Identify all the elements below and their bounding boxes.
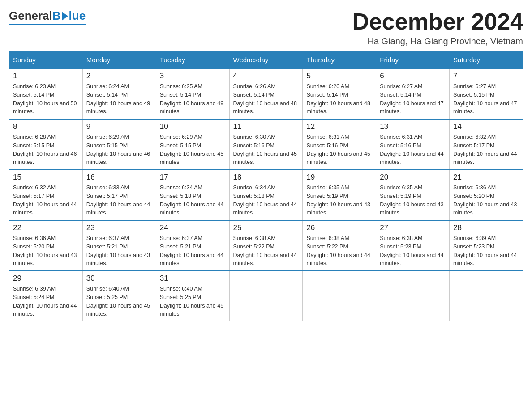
day-info: Sunrise: 6:33 AM Sunset: 5:17 PM Dayligh… — [86, 184, 152, 217]
calendar-week-2: 8 Sunrise: 6:28 AM Sunset: 5:15 PM Dayli… — [9, 119, 523, 170]
logo-lue-text: lue — [69, 9, 86, 23]
calendar-cell — [229, 271, 303, 321]
sunset-label: Sunset: 5:18 PM — [233, 193, 275, 199]
calendar-header-row: Sunday Monday Tuesday Wednesday Thursday… — [9, 51, 523, 69]
day-info: Sunrise: 6:36 AM Sunset: 5:20 PM Dayligh… — [453, 184, 519, 217]
sunrise-label: Sunrise: 6:32 AM — [453, 134, 496, 140]
day-info: Sunrise: 6:31 AM Sunset: 5:16 PM Dayligh… — [306, 133, 372, 167]
sunset-label: Sunset: 5:23 PM — [453, 244, 494, 250]
day-info: Sunrise: 6:28 AM Sunset: 5:15 PM Dayligh… — [13, 133, 79, 167]
day-number: 20 — [380, 173, 446, 182]
daylight-label: Daylight: 10 hours and 44 minutes. — [86, 201, 150, 216]
daylight-label: Daylight: 10 hours and 47 minutes. — [453, 100, 517, 115]
sunrise-label: Sunrise: 6:38 AM — [306, 235, 349, 241]
logo-blue-part: B lue — [52, 9, 86, 23]
col-tuesday: Tuesday — [156, 51, 229, 69]
day-info: Sunrise: 6:34 AM Sunset: 5:18 PM Dayligh… — [160, 184, 226, 217]
day-info: Sunrise: 6:35 AM Sunset: 5:19 PM Dayligh… — [380, 184, 446, 217]
day-number: 21 — [453, 173, 519, 182]
day-info: Sunrise: 6:29 AM Sunset: 5:15 PM Dayligh… — [160, 133, 226, 167]
calendar-cell: 3 Sunrise: 6:25 AM Sunset: 5:14 PM Dayli… — [156, 68, 229, 119]
calendar-table: Sunday Monday Tuesday Wednesday Thursday… — [9, 51, 523, 321]
day-number: 10 — [160, 122, 226, 131]
calendar-cell: 27 Sunrise: 6:38 AM Sunset: 5:23 PM Dayl… — [376, 220, 450, 271]
daylight-label: Daylight: 10 hours and 46 minutes. — [13, 151, 77, 166]
daylight-label: Daylight: 10 hours and 48 minutes. — [233, 100, 297, 115]
day-number: 19 — [306, 173, 372, 182]
calendar-cell: 10 Sunrise: 6:29 AM Sunset: 5:15 PM Dayl… — [156, 119, 229, 170]
day-info: Sunrise: 6:37 AM Sunset: 5:21 PM Dayligh… — [86, 234, 152, 268]
sunrise-label: Sunrise: 6:30 AM — [233, 134, 276, 140]
daylight-label: Daylight: 10 hours and 44 minutes. — [13, 201, 77, 216]
calendar-cell: 9 Sunrise: 6:29 AM Sunset: 5:15 PM Dayli… — [82, 119, 156, 170]
logo: General B lue — [9, 9, 86, 25]
sunrise-label: Sunrise: 6:28 AM — [13, 134, 56, 140]
daylight-label: Daylight: 10 hours and 45 minutes. — [233, 151, 297, 166]
daylight-label: Daylight: 10 hours and 44 minutes. — [160, 252, 223, 267]
sunrise-label: Sunrise: 6:38 AM — [380, 235, 422, 241]
sunset-label: Sunset: 5:15 PM — [86, 142, 128, 149]
sunrise-label: Sunrise: 6:36 AM — [453, 184, 496, 191]
daylight-label: Daylight: 10 hours and 44 minutes. — [160, 201, 223, 216]
day-info: Sunrise: 6:39 AM Sunset: 5:24 PM Dayligh… — [13, 285, 79, 318]
day-info: Sunrise: 6:35 AM Sunset: 5:19 PM Dayligh… — [306, 184, 372, 217]
day-info: Sunrise: 6:38 AM Sunset: 5:22 PM Dayligh… — [233, 234, 299, 268]
day-number: 4 — [233, 72, 299, 81]
col-friday: Friday — [376, 51, 450, 69]
day-info: Sunrise: 6:40 AM Sunset: 5:25 PM Dayligh… — [86, 285, 152, 318]
calendar-cell: 24 Sunrise: 6:37 AM Sunset: 5:21 PM Dayl… — [156, 220, 229, 271]
sunset-label: Sunset: 5:14 PM — [233, 92, 275, 98]
sunset-label: Sunset: 5:19 PM — [380, 193, 421, 199]
day-number: 13 — [380, 122, 446, 131]
day-number: 9 — [86, 122, 152, 131]
page-header: General B lue December 2024 Ha Giang, Ha… — [9, 9, 523, 47]
sunrise-label: Sunrise: 6:33 AM — [86, 184, 129, 191]
calendar-cell: 1 Sunrise: 6:23 AM Sunset: 5:14 PM Dayli… — [9, 68, 83, 119]
day-number: 25 — [233, 223, 299, 232]
sunrise-label: Sunrise: 6:23 AM — [13, 83, 56, 90]
calendar-cell: 20 Sunrise: 6:35 AM Sunset: 5:19 PM Dayl… — [376, 170, 450, 220]
sunset-label: Sunset: 5:19 PM — [306, 193, 348, 199]
sunrise-label: Sunrise: 6:31 AM — [380, 134, 422, 140]
daylight-label: Daylight: 10 hours and 45 minutes. — [160, 151, 223, 166]
sunrise-label: Sunrise: 6:39 AM — [13, 286, 56, 292]
day-info: Sunrise: 6:32 AM Sunset: 5:17 PM Dayligh… — [453, 133, 519, 167]
sunrise-label: Sunrise: 6:37 AM — [86, 235, 129, 241]
day-number: 5 — [306, 72, 372, 81]
day-number: 11 — [233, 122, 299, 131]
day-info: Sunrise: 6:40 AM Sunset: 5:25 PM Dayligh… — [160, 285, 226, 318]
daylight-label: Daylight: 10 hours and 48 minutes. — [306, 100, 370, 115]
calendar-cell: 12 Sunrise: 6:31 AM Sunset: 5:16 PM Dayl… — [303, 119, 376, 170]
sunset-label: Sunset: 5:16 PM — [380, 142, 421, 149]
sunset-label: Sunset: 5:21 PM — [160, 244, 201, 250]
col-monday: Monday — [82, 51, 156, 69]
day-number: 23 — [86, 223, 152, 232]
day-info: Sunrise: 6:36 AM Sunset: 5:20 PM Dayligh… — [13, 234, 79, 268]
day-info: Sunrise: 6:27 AM Sunset: 5:15 PM Dayligh… — [453, 82, 519, 116]
day-info: Sunrise: 6:23 AM Sunset: 5:14 PM Dayligh… — [13, 82, 79, 116]
day-number: 7 — [453, 72, 519, 81]
sunset-label: Sunset: 5:25 PM — [160, 294, 201, 300]
day-info: Sunrise: 6:27 AM Sunset: 5:14 PM Dayligh… — [380, 82, 446, 116]
calendar-cell: 4 Sunrise: 6:26 AM Sunset: 5:14 PM Dayli… — [229, 68, 303, 119]
daylight-label: Daylight: 10 hours and 44 minutes. — [233, 201, 297, 216]
sunrise-label: Sunrise: 6:34 AM — [233, 184, 276, 191]
sunset-label: Sunset: 5:14 PM — [160, 92, 201, 98]
title-section: December 2024 Ha Giang, Ha Giang Provinc… — [352, 9, 523, 47]
daylight-label: Daylight: 10 hours and 44 minutes. — [233, 252, 297, 267]
day-number: 16 — [86, 173, 152, 182]
day-number: 24 — [160, 223, 226, 232]
calendar-cell: 19 Sunrise: 6:35 AM Sunset: 5:19 PM Dayl… — [303, 170, 376, 220]
sunrise-label: Sunrise: 6:39 AM — [453, 235, 496, 241]
logo-b-letter: B — [52, 9, 61, 23]
sunrise-label: Sunrise: 6:27 AM — [380, 83, 422, 90]
day-info: Sunrise: 6:26 AM Sunset: 5:14 PM Dayligh… — [306, 82, 372, 116]
day-number: 12 — [306, 122, 372, 131]
daylight-label: Daylight: 10 hours and 45 minutes. — [160, 303, 223, 317]
calendar-cell: 15 Sunrise: 6:32 AM Sunset: 5:17 PM Dayl… — [9, 170, 83, 220]
logo-text: General B lue — [9, 9, 86, 23]
calendar-cell: 29 Sunrise: 6:39 AM Sunset: 5:24 PM Dayl… — [9, 271, 83, 321]
sunset-label: Sunset: 5:22 PM — [233, 244, 275, 250]
calendar-cell: 16 Sunrise: 6:33 AM Sunset: 5:17 PM Dayl… — [82, 170, 156, 220]
day-number: 2 — [86, 72, 152, 81]
